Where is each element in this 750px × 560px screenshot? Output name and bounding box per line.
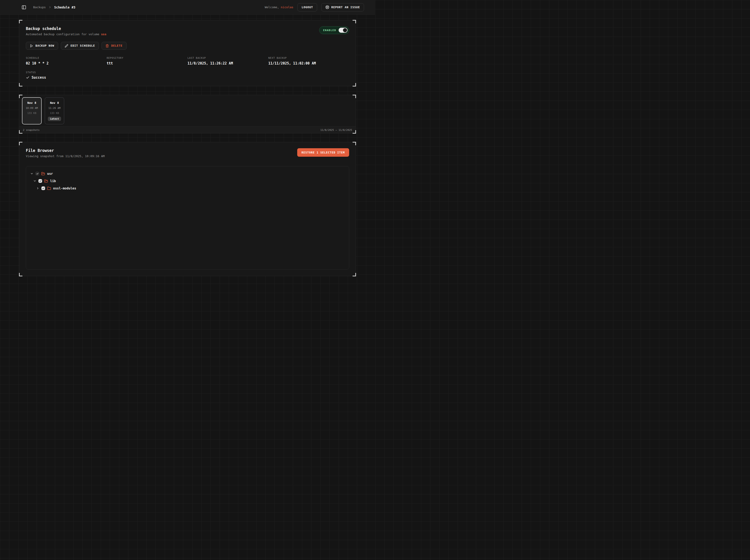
pencil-icon <box>65 44 68 47</box>
snapshot-time: 11:26 AM <box>45 106 64 109</box>
file-tree: usr lib <box>26 166 349 269</box>
corner-bracket-decoration <box>353 142 356 145</box>
folder-icon <box>47 186 51 190</box>
welcome-text: Welcome, nicolas <box>265 5 293 9</box>
repository-field: REPOSITORY ttt <box>106 57 188 65</box>
field-label-last-backup: LAST BACKUP <box>188 57 269 59</box>
breadcrumb-backups-link[interactable]: Backups <box>33 5 46 9</box>
enabled-toggle[interactable]: ENABLED <box>319 26 349 34</box>
corner-bracket-decoration <box>19 20 22 23</box>
checkbox-usr[interactable] <box>36 172 39 176</box>
snapshot-count: 2 snapshots <box>23 128 40 132</box>
snapshot-time: 10:09 AM <box>22 106 41 109</box>
corner-bracket-decoration <box>353 83 356 86</box>
folder-open-icon <box>44 179 48 183</box>
backup-schedule-card: Backup schedule Automated backup configu… <box>19 20 356 86</box>
snapshot-tile-selected[interactable]: Nov 8 10:09 AM 133 KB <box>22 97 42 124</box>
logout-label: LOGOUT <box>301 5 313 9</box>
report-issue-label: REPORT AN ISSUE <box>331 5 360 9</box>
snapshots-timeline-card: Nov 8 10:09 AM 133 KB Nov 8 11:26 AM 133… <box>19 95 356 133</box>
file-browser-subtitle: Viewing snapshot from 11/8/2025, 10:09:1… <box>26 155 104 158</box>
corner-bracket-decoration <box>353 20 356 23</box>
field-label-schedule: SCHEDULE <box>26 57 106 59</box>
snapshot-date: Nov 8 <box>45 101 64 104</box>
latest-badge: Latest <box>48 117 61 121</box>
chevron-right-icon <box>48 6 52 9</box>
schedule-card-title: Backup schedule <box>26 26 106 31</box>
subtitle-prefix: Automated backup configuration for volum… <box>26 33 99 36</box>
backup-now-label: BACKUP NOW <box>36 44 54 47</box>
logout-button[interactable]: LOGOUT <box>297 3 317 12</box>
volume-name: sss <box>101 33 106 36</box>
restore-label: RESTORE 1 SELECTED ITEM <box>301 151 345 154</box>
tree-row-lib[interactable]: lib <box>30 177 345 185</box>
restore-selected-button[interactable]: RESTORE 1 SELECTED ITEM <box>297 148 349 157</box>
field-value-last-backup: 11/8/2025, 11:26:22 AM <box>188 61 269 65</box>
sidebar-toggle-button[interactable] <box>21 5 26 9</box>
node-name-usr: usr <box>47 172 53 176</box>
checkbox-lib[interactable] <box>38 179 42 183</box>
chevron-down-icon[interactable] <box>30 172 34 175</box>
chevron-down-icon[interactable] <box>33 179 36 183</box>
corner-bracket-decoration <box>19 273 22 276</box>
field-label-repository: REPOSITORY <box>106 57 188 59</box>
enabled-label: ENABLED <box>323 29 336 32</box>
delete-label: DELETE <box>111 44 122 47</box>
snapshot-size: 133 KB <box>45 112 64 115</box>
corner-bracket-decoration <box>19 83 22 86</box>
check-icon <box>26 76 29 79</box>
top-bar: Backups Schedule #3 Welcome, nicolas LOG… <box>0 0 375 15</box>
field-value-repository: ttt <box>106 61 188 65</box>
last-backup-field: LAST BACKUP 11/8/2025, 11:26:22 AM <box>188 57 269 65</box>
breadcrumb: Backups Schedule #3 <box>33 5 76 9</box>
lifebuoy-icon <box>325 5 329 9</box>
field-label-next-backup: NEXT BACKUP <box>269 57 349 59</box>
field-value-schedule: 02 10 * * 2 <box>26 61 106 65</box>
tree-row-ossl-modules[interactable]: ossl-modules <box>30 185 345 192</box>
breadcrumb-current-page: Schedule #3 <box>54 5 76 9</box>
schedule-card-subtitle: Automated backup configuration for volum… <box>26 33 106 36</box>
username-text: nicolas <box>281 5 293 9</box>
backup-now-button[interactable]: BACKUP NOW <box>26 42 58 49</box>
schedule-field: SCHEDULE 02 10 * * 2 <box>26 57 106 65</box>
chevron-right-icon[interactable] <box>36 187 39 190</box>
report-issue-button[interactable]: REPORT AN ISSUE <box>321 3 364 12</box>
toggle-knob <box>343 28 347 32</box>
edit-schedule-button[interactable]: EDIT SCHEDULE <box>61 42 99 49</box>
file-browser-card: File Browser Viewing snapshot from 11/8/… <box>19 142 356 276</box>
file-browser-title: File Browser <box>26 148 104 153</box>
node-name-ossl-modules: ossl-modules <box>53 186 76 190</box>
tree-row-usr[interactable]: usr <box>30 170 345 177</box>
delete-button[interactable]: DELETE <box>102 42 126 49</box>
welcome-prefix: Welcome, <box>265 5 279 9</box>
field-label-status: STATUS <box>26 71 349 74</box>
status-value: Success <box>32 76 46 80</box>
corner-bracket-decoration <box>353 273 356 276</box>
snapshot-date-range: 11/8/2025 – 11/8/2025 <box>320 128 352 132</box>
toggle-switch[interactable] <box>339 28 348 33</box>
folder-open-icon <box>41 172 45 176</box>
play-icon <box>30 44 33 47</box>
snapshot-tile[interactable]: Nov 8 11:26 AM 133 KB Latest <box>45 97 64 124</box>
edit-schedule-label: EDIT SCHEDULE <box>71 44 95 47</box>
field-value-next-backup: 11/11/2025, 11:02:00 AM <box>269 61 349 65</box>
panel-left-icon <box>21 5 26 9</box>
node-name-lib: lib <box>50 179 56 183</box>
trash-icon <box>105 44 109 47</box>
status-field: STATUS Success <box>26 71 349 80</box>
snapshot-date: Nov 8 <box>22 101 41 104</box>
corner-bracket-decoration <box>19 142 22 145</box>
snapshots-footer: 2 snapshots 11/8/2025 – 11/8/2025 <box>19 126 356 133</box>
next-backup-field: NEXT BACKUP 11/11/2025, 11:02:00 AM <box>269 57 349 65</box>
snapshot-size: 133 KB <box>22 112 41 115</box>
checkbox-ossl-modules[interactable] <box>41 186 45 190</box>
